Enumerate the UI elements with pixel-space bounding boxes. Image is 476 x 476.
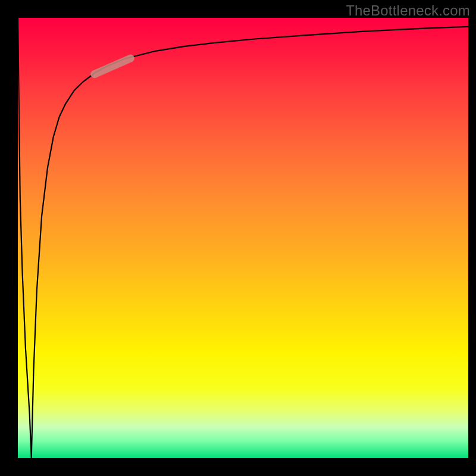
highlight-marker	[95, 58, 131, 74]
chart-frame: TheBottleneck.com	[0, 0, 476, 476]
plot-area	[18, 18, 468, 458]
curve-layer	[18, 18, 468, 458]
bottleneck-curve	[18, 18, 468, 458]
watermark-text: TheBottleneck.com	[346, 2, 470, 19]
